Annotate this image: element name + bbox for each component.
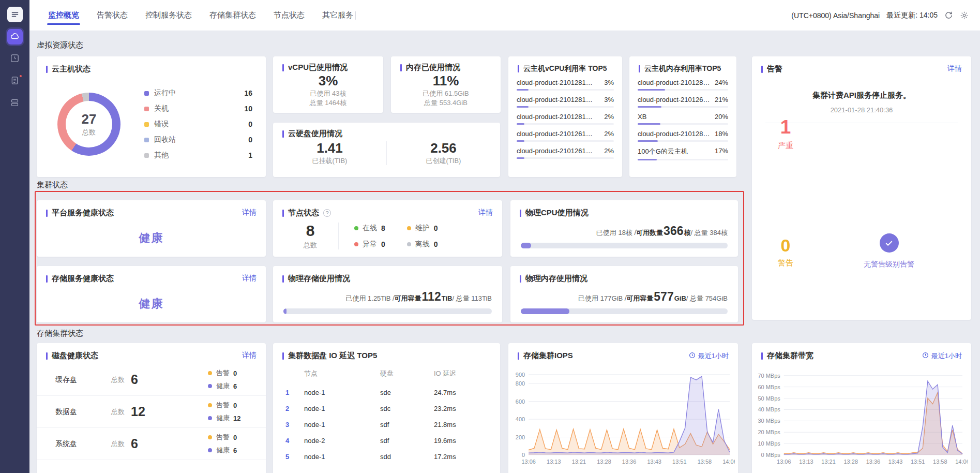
sidebar-item-report[interactable] [7,73,23,89]
volume-created-label: 已创建(TIB) [387,156,500,166]
title-marker [518,352,519,360]
refresh-icon[interactable] [944,11,953,20]
top5-item: XB20% [638,113,728,125]
warning-alert-block: 0 警告 [775,235,796,268]
settings-gear-icon[interactable] [960,11,969,20]
svg-text:14:06: 14:06 [722,459,735,465]
storage-iops-card: 存储集群IOPS 最近1小时 020040060080090013:0613:1… [508,343,738,473]
platform-health-status: 健康 [37,230,266,246]
disk-healthy-legend: 健康6 [208,381,253,391]
volume-mounted-label: 已挂载(TIB) [273,156,386,166]
svg-text:14:06: 14:06 [955,459,968,465]
legend-swatch [144,107,149,111]
title-marker [518,65,519,72]
memory-total: 总量 553.4GiB [391,98,501,108]
usage-bar [638,106,728,108]
tabs-divider [355,11,356,20]
sidebar-item-resources[interactable] [7,96,23,111]
usage-bar [517,157,614,159]
title-marker [761,66,763,73]
title-marker [46,275,48,283]
card-title: 平台服务健康状态 [52,208,114,218]
title-marker [282,352,284,360]
sidebar-item-alarm[interactable] [7,51,23,67]
title-marker [46,352,48,360]
card-title: 云硬盘使用情况 [288,129,342,139]
platform-health-card: 平台服务健康状态 详情 健康 [37,200,266,257]
alerts-detail-link[interactable]: 详情 [947,64,962,73]
card-title: 云主机vCPU利用率 TOP5 [523,64,607,73]
storage-section-label: 存储集群状态 [37,329,83,338]
bandwidth-timerange[interactable]: 最近1小时 [922,351,962,361]
disk-healthy-legend: 健康6 [208,446,253,455]
vcpu-total: 总量 1464核 [273,98,383,108]
disk-alert-legend: 告警0 [208,368,253,378]
tab[interactable]: 节点状态 [273,6,306,25]
svg-text:13:28: 13:28 [597,459,611,465]
svg-text:13:43: 13:43 [888,459,903,465]
svg-text:13:43: 13:43 [647,459,661,465]
disk-health-card: 磁盘健康状态 详情 缓存盘 总数 6 告警0 健康6 [37,343,266,473]
status-dot [208,384,212,388]
legend-item: 运行中 16 [144,88,252,98]
card-title: 云主机状态 [52,64,91,74]
card-title: 告警 [767,64,782,74]
cloud-host-total: 27 [82,111,97,127]
card-title: 节点状态 [288,208,319,218]
title-marker [282,210,284,217]
usage-bar [638,123,728,125]
disk-alert-legend: 告警0 [208,433,253,442]
node-legend: 在线 8 维护 0 异常 0 [354,224,438,249]
svg-text:13:36: 13:36 [866,459,881,465]
title-marker [400,64,402,71]
topbar-right: (UTC+0800) Asia/Shanghai 最近更新: 14:05 [791,11,969,20]
top5-item: cloud-product-2101281…2% [517,113,614,125]
usage-bar [517,89,614,91]
tab[interactable]: 控制服务状态 [144,6,193,25]
svg-text:13:13: 13:13 [547,459,561,465]
title-marker [520,275,521,283]
help-icon[interactable]: ? [323,209,331,217]
cloud-host-total-label: 总数 [82,128,96,137]
cloud-monitor-icon [10,32,20,42]
severe-alert-block: 1 严重 [775,116,796,151]
usage-bar [638,89,728,91]
tabs: 监控概览告警状态控制服务状态存储集群状态节点状态其它服务 [47,0,354,31]
alerts-card: 告警 详情 集群计费API服务停止服务。 2021-01-28 21:40:36… [752,56,971,320]
tab[interactable]: 其它服务 [321,6,354,25]
node-total-label: 总数 [296,241,325,250]
clock-icon [922,352,929,360]
volume-created-value: 2.56 [387,140,500,156]
usage-bar [638,159,728,160]
tab[interactable]: 存储集群状态 [208,6,257,25]
storage-health-status: 健康 [37,296,266,312]
no-alert-block: 无警告级别告警 [839,233,939,269]
node-status-detail-link[interactable]: 详情 [478,208,493,217]
warning-label: 警告 [775,258,796,268]
storage-health-detail-link[interactable]: 详情 [242,274,257,283]
legend-swatch [144,138,149,142]
svg-text:13:36: 13:36 [622,459,637,465]
svg-text:40 MBps: 40 MBps [758,406,780,412]
storage-health-card: 存储服务健康状态 详情 健康 [37,266,266,322]
platform-health-detail-link[interactable]: 详情 [242,208,257,217]
cloud-host-legend: 运行中 16 关机 10 错误 0 [144,88,252,160]
legend-item: 关机 10 [144,104,252,113]
timezone-label: (UTC+0800) Asia/Shanghai [791,11,880,20]
usage-bar [517,106,614,108]
physical-storage-card: 物理存储使用情况 已使用 1.25TiB / 可用容量 112TiB / 总量 … [273,266,502,322]
sidebar-item-monitor-overview[interactable] [7,29,23,45]
iops-timerange[interactable]: 最近1小时 [689,351,729,361]
svg-text:13:21: 13:21 [572,459,586,465]
disk-health-detail-link[interactable]: 详情 [242,351,257,360]
menu-icon[interactable] [7,7,23,22]
card-title: 物理存储使用情况 [288,274,350,284]
bandwidth-chart: 0 MBps10 MBps20 MBps30 MBps40 MBps50 MBp… [755,367,968,466]
tab[interactable]: 监控概览 [47,6,80,25]
card-title: 集群数据盘 IO 延迟 TOP5 [288,351,377,361]
io-table-row: 4 node-2 sdf 19.6ms [285,433,488,449]
cloud-host-status-card: 云主机状态 27 总数 运行中 16 [37,56,266,177]
tab[interactable]: 告警状态 [96,6,129,25]
divider [338,223,339,249]
top5-item: cloud-product-2101281…3% [517,79,614,91]
